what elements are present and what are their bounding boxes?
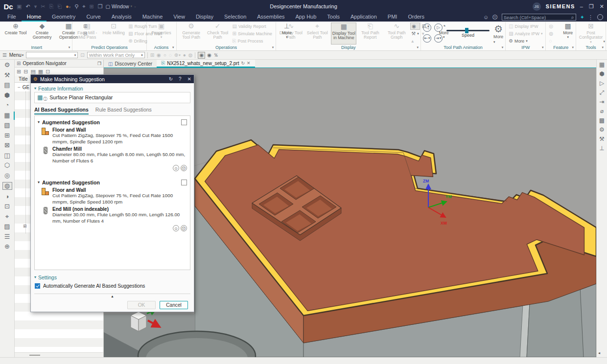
microphone-button[interactable]: ⚲ [74,3,78,10]
panel-scrollbar[interactable] [15,352,103,357]
help-icon[interactable]: ? [597,14,603,20]
tab-analysis[interactable]: Analysis [106,13,137,22]
suggestion-operation[interactable]: Floor and Wall Cut Pattern ZigZag, Stepo… [42,187,187,205]
rotate-reference-button[interactable]: ◍ [188,52,193,58]
tool-display-options-button[interactable]: ⚒ ▾ [410,30,420,37]
tool-visibility-button[interactable]: ◉ [410,23,420,30]
speed-slider-handle[interactable] [465,28,468,33]
user-avatar[interactable]: JS [533,2,541,11]
ok-button[interactable]: OK [127,301,156,309]
card-caret-icon[interactable]: ▾ [38,180,40,184]
group-caret-icon[interactable]: ▾ [542,46,544,49]
tree-tool-2-button[interactable]: ⊟ [23,68,28,75]
fixture-display-icon[interactable]: ⊥ [599,145,604,152]
ai-assistant-icon[interactable]: ✦ [580,14,584,21]
group-caret-icon[interactable]: ▾ [172,46,174,49]
step-forward-icon[interactable]: ⇥ [599,99,604,105]
display-tool-in-machine-button[interactable]: ▦ Display Tool in Machine [331,23,356,45]
group-caret-icon[interactable]: ▾ [272,46,274,49]
material-removal-icon[interactable]: ▩ [599,117,605,124]
history-icon[interactable]: ◑ [2,193,12,200]
speed-slider-track[interactable] [446,30,490,31]
tab-tools[interactable]: Tools [322,13,345,22]
visual-reports-icon[interactable]: ◍ [2,182,12,190]
dialog-close-button[interactable]: ✕ [187,76,191,82]
suggestion-operation[interactable]: Floor and Wall Cut Pattern ZigZag, Stepo… [42,127,187,145]
check-tool-path-button[interactable]: ✓ Check Tool Path [205,23,231,45]
feature-tool-2-button[interactable]: ◍ [548,30,554,37]
command-finder-button[interactable]: ⌖ [82,3,85,10]
thumbs-down-icon[interactable]: ☹ [181,165,187,171]
feature-information-section-toggle[interactable]: ▾ Feature Information [34,85,190,92]
minimize-button[interactable]: – [580,3,583,10]
create-geometry-button[interactable]: ◆ Create Geometry [29,23,55,45]
level-up-button[interactable]: ▴ [410,37,420,45]
show-machine-icon[interactable]: ▦ [599,62,605,68]
panel-maximize-button[interactable]: ❐ [97,61,101,66]
dialog-title-bar[interactable]: ⚙ Make Machining Suggestion ↻ ? ✕ [31,75,194,83]
color-scale-icon[interactable]: ▨ [2,223,12,230]
tab-assemblies[interactable]: Assemblies [252,13,290,22]
orient-sphere-button[interactable]: ● [183,52,186,58]
selection-scope-combo[interactable]: Within Work Part Only▾ [87,52,145,58]
save-button[interactable]: ▣ [17,3,22,10]
display-tool-path-button[interactable]: ∿ Display Tool Path [278,23,304,45]
geometry-view-icon[interactable]: ⬢ [2,92,12,99]
restore-button[interactable]: ❐ [589,3,594,10]
tab-ai-based-suggestions[interactable]: AI Based Suggestions [34,107,89,114]
tab-app-hub[interactable]: App Hub [290,13,322,22]
animation-settings-button[interactable]: ⚙ More ▾ [493,23,503,44]
more-commands-icon[interactable]: ⋮ [588,14,593,21]
undo-caret-button[interactable]: ▾ [34,3,37,10]
tab-reload-icon[interactable]: ↻ [241,61,245,66]
feature-tool-3-button[interactable]: ◌ [548,37,554,45]
window-layout-button[interactable]: ❐ [98,3,103,10]
feedback-frown-icon[interactable]: ☹ [492,14,497,21]
dialog-help-button[interactable]: ? [179,76,182,82]
post-process-button[interactable]: ⎘ Post Process [232,37,273,45]
thumbs-down-icon[interactable]: ☹ [181,225,187,231]
tree-tool-1-button[interactable]: ⊞ [17,68,21,75]
tool-display-icon[interactable]: ⚒ [599,136,605,142]
window-menu-button[interactable]: ▢ Window ▾ ⌄ [106,4,137,9]
tool-crib-icon[interactable]: ▤ [2,82,12,89]
tab-machine[interactable]: Machine [137,13,168,22]
feature-tool-1-button[interactable]: ◎ [548,23,554,30]
tab-orders[interactable]: Orders [402,13,430,22]
copy-button[interactable]: ⎘ [49,3,53,10]
templates-icon[interactable]: ⊡ [2,203,12,210]
tool-path-report-button[interactable]: ⎗ Tool Path Report [357,23,383,45]
notes-icon[interactable]: ☰ [2,233,12,240]
collision-check-icon[interactable]: ◎ [2,172,12,179]
properties-button[interactable]: ▣ Properties ▾ [149,23,174,45]
undo-button[interactable]: ↶ [25,3,30,10]
stock-display-icon[interactable]: ⬢ [599,71,604,77]
display-ipw-button[interactable]: ◫ Display IPW [508,23,543,30]
hole-milling-button[interactable]: ⊡ Hole Milling [101,23,126,45]
face-mill-mid-pass-button[interactable]: ▤ Face Mill - Mid Pass [74,23,100,45]
tab-pmi[interactable]: PMI [382,13,403,22]
create-tool-button[interactable]: ⊕ Create Tool [3,23,28,45]
card-caret-icon[interactable]: ▾ [38,120,40,124]
tab-selection[interactable]: Selection [219,13,252,22]
feedback-smile-icon[interactable]: ☺ [483,14,489,21]
analyze-ipw-button[interactable]: ▨ Analyze IPW ▾ [508,30,543,37]
ribbon-overflow-caret-icon[interactable]: ▾ [603,40,605,44]
group-caret-icon[interactable]: ▾ [572,46,574,49]
fit-view-icon[interactable]: ⤢ [600,90,605,96]
group-caret-icon[interactable]: ▾ [417,46,419,49]
cut-button[interactable]: ✂ [41,3,45,10]
machining-features-icon[interactable]: ▧ [2,122,12,129]
machine-tool-view-icon[interactable]: ⚒ [2,72,12,79]
tab-rule-based-suggestions[interactable]: Rule Based Suggestions [95,107,152,114]
go-to-end-button[interactable]: ⇥▾ [434,34,443,43]
speed-slider[interactable]: Speed [446,30,490,38]
level-down-button[interactable]: ▾ [421,30,430,37]
tab-application[interactable]: Application [345,13,382,22]
gear-icon[interactable]: ⚙ [2,62,12,68]
capture-button[interactable]: ●▾ [66,3,70,9]
group-caret-icon[interactable]: ▾ [602,46,604,49]
circle-select-button[interactable]: ○ [163,52,166,58]
play-forward-button[interactable]: ▷ [434,23,443,32]
suggestion-tool[interactable]: Chamfer Mill Diameter 80.00 mm, Flute Le… [42,146,187,164]
